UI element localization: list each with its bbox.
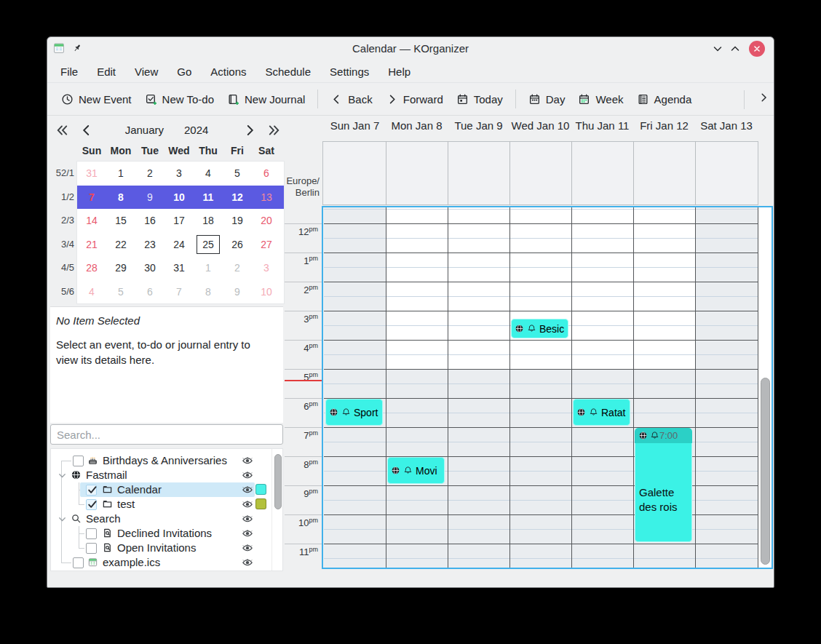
toolbar-button-week[interactable]: Week	[571, 89, 630, 110]
month-label[interactable]: January	[125, 124, 164, 136]
calendar-list-item-search[interactable]: Search	[51, 512, 269, 526]
mini-calendar-day-cell[interactable]: 5	[106, 286, 135, 298]
mini-calendar-day-cell[interactable]: 1	[106, 167, 135, 179]
all-day-cell[interactable]	[633, 141, 634, 205]
checkbox-calendar[interactable]	[86, 485, 97, 496]
mini-calendar-day-cell[interactable]: 9	[223, 286, 252, 298]
agenda-scrollbar[interactable]	[758, 207, 772, 568]
toolbar-button-new-to-do[interactable]: New To-do	[138, 89, 221, 110]
checkbox-open-invitations[interactable]	[86, 543, 97, 554]
all-day-cell[interactable]	[695, 141, 696, 205]
mini-calendar-day-cell[interactable]: 23	[135, 239, 164, 250]
mini-calendar-day-cell[interactable]: 13	[252, 191, 281, 203]
mini-calendar-day-cell[interactable]: 30	[135, 262, 164, 274]
maximize-button[interactable]	[727, 41, 743, 57]
titlebar[interactable]: Calendar — KOrganizer	[47, 37, 774, 60]
menu-item-help[interactable]: Help	[388, 65, 410, 78]
mini-calendar-day-cell[interactable]: 8	[106, 191, 135, 203]
expander-icon[interactable]	[57, 470, 68, 481]
mini-calendar-day-cell[interactable]: 14	[77, 215, 106, 226]
menu-item-edit[interactable]: Edit	[97, 65, 116, 78]
mini-calendar-day-cell[interactable]: 2	[223, 262, 252, 274]
toolbar-button-forward[interactable]: Forward	[379, 89, 450, 110]
mini-calendar-day-cell[interactable]: 16	[135, 215, 164, 226]
calendar-list-scrollbar[interactable]	[271, 449, 283, 571]
mini-calendar-day-cell[interactable]: 15	[106, 215, 135, 226]
toolbar-button-day[interactable]: Day	[522, 89, 572, 110]
mini-calendar-day-cell[interactable]: 25	[194, 235, 223, 254]
mini-calendar-day-cell[interactable]: 8	[194, 286, 223, 298]
mini-calendar-day-cell[interactable]: 5	[223, 167, 252, 179]
mini-calendar-day-cell[interactable]: 10	[164, 191, 194, 203]
next-month-button[interactable]	[242, 123, 257, 138]
eye-icon[interactable]	[242, 484, 253, 496]
all-day-cell[interactable]	[386, 141, 386, 205]
event-besic[interactable]: Besic	[511, 319, 568, 338]
mini-calendar-day-cell[interactable]: 1	[194, 262, 223, 274]
mini-calendar-day-cell[interactable]: 18	[194, 215, 223, 226]
toolbar-button-new-journal[interactable]: New Journal	[221, 89, 312, 110]
calendar-list-item-open-invitations[interactable]: Open Invitations	[51, 541, 269, 555]
mini-calendar-day-cell[interactable]: 12	[223, 191, 252, 203]
eye-icon[interactable]	[242, 455, 253, 466]
menu-item-actions[interactable]: Actions	[210, 65, 246, 78]
mini-calendar-day-cell[interactable]: 7	[164, 286, 194, 298]
menu-item-file[interactable]: File	[60, 65, 78, 78]
next-year-button[interactable]	[267, 123, 282, 138]
mini-calendar-day-cell[interactable]: 31	[164, 262, 194, 274]
search-input[interactable]	[50, 424, 283, 445]
all-day-cell[interactable]	[571, 141, 572, 205]
mini-calendar-day-cell[interactable]: 20	[252, 215, 281, 226]
mini-calendar-day-cell[interactable]: 7	[77, 191, 106, 203]
menu-item-schedule[interactable]: Schedule	[266, 65, 312, 78]
mini-calendar-day-cell[interactable]: 28	[77, 262, 106, 274]
toolbar-button-back[interactable]: Back	[324, 89, 378, 110]
mini-calendar-day-cell[interactable]: 21	[77, 239, 106, 250]
event-ratat[interactable]: Ratat	[573, 399, 630, 426]
mini-calendar-day-cell[interactable]: 22	[106, 239, 135, 250]
toolbar-button-agenda[interactable]: Agenda	[630, 89, 699, 110]
event-galette-des-rois[interactable]: 7:00Galette des rois	[635, 428, 692, 542]
expander-icon[interactable]	[57, 514, 68, 525]
mini-calendar-day-cell[interactable]: 3	[164, 167, 194, 179]
menu-item-go[interactable]: Go	[177, 65, 191, 78]
mini-calendar-day-cell[interactable]: 3	[252, 262, 281, 274]
event-movi[interactable]: Movi	[387, 457, 445, 484]
previous-year-button[interactable]	[55, 123, 69, 138]
mini-calendar-day-cell[interactable]: 27	[252, 239, 281, 250]
calendar-list-item-calendar[interactable]: Calendar	[51, 482, 269, 497]
menu-item-view[interactable]: View	[135, 65, 158, 78]
mini-calendar-day-cell[interactable]: 19	[223, 215, 252, 226]
mini-calendar-day-cell[interactable]: 29	[106, 262, 135, 274]
agenda-scrollbar-thumb[interactable]	[761, 378, 770, 565]
checkbox-test[interactable]	[86, 499, 97, 510]
eye-icon[interactable]	[242, 498, 253, 510]
menu-item-settings[interactable]: Settings	[330, 65, 369, 78]
eye-icon[interactable]	[242, 542, 253, 554]
year-label[interactable]: 2024	[184, 124, 208, 136]
calendar-list-item-test[interactable]: test	[51, 497, 269, 512]
mini-calendar-day-cell[interactable]: 24	[164, 239, 194, 250]
eye-icon[interactable]	[242, 528, 253, 539]
all-day-cell[interactable]	[448, 141, 448, 205]
mini-calendar-day-cell[interactable]: 6	[135, 286, 164, 298]
checkbox-birthdays-anniversaries[interactable]	[73, 456, 84, 466]
mini-calendar-day-cell[interactable]: 26	[223, 239, 252, 250]
toolbar-button-new-event[interactable]: New Event	[55, 89, 138, 110]
eye-icon[interactable]	[242, 557, 253, 568]
eye-icon[interactable]	[242, 513, 253, 525]
mini-calendar-day-cell[interactable]: 4	[77, 286, 106, 298]
calendar-list-item-birthdays-anniversaries[interactable]: Birthdays & Anniversaries	[51, 453, 269, 468]
event-sport[interactable]: Sport	[325, 399, 383, 426]
calendar-list-item-example-ics[interactable]: example.ics	[51, 555, 269, 570]
scrollbar-thumb[interactable]	[274, 454, 282, 509]
close-button[interactable]	[749, 41, 765, 57]
calendar-list-item-declined-invitations[interactable]: Declined Invitations	[51, 526, 269, 541]
month-year-title[interactable]: January2024	[94, 124, 239, 136]
previous-month-button[interactable]	[79, 123, 94, 138]
eye-icon[interactable]	[242, 469, 253, 481]
calendar-list-item-fastmail[interactable]: Fastmail	[51, 468, 269, 482]
mini-calendar-day-cell[interactable]: 9	[135, 191, 164, 203]
toolbar-button-today[interactable]: Today	[450, 89, 509, 110]
color-swatch-calendar[interactable]	[255, 484, 266, 495]
